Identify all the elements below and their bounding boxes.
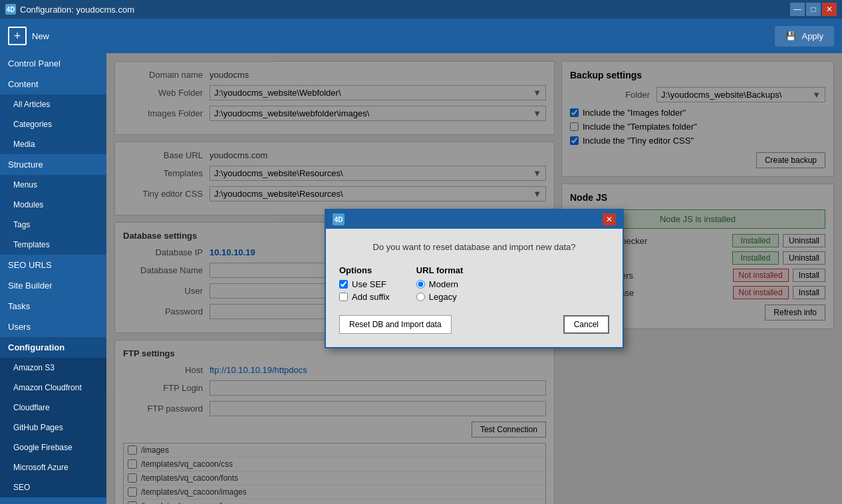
use-sef-label: Use SEF — [352, 279, 386, 289]
sidebar-item-menus[interactable]: Menus — [0, 175, 106, 195]
sidebar-item-amazon-cloudfront[interactable]: Amazon Cloudfront — [0, 378, 106, 398]
toolbar: + New 💾 Apply — [0, 19, 842, 53]
legacy-row: Legacy — [416, 292, 464, 302]
sidebar-item-github-pages[interactable]: GitHub Pages — [0, 418, 106, 438]
add-suffix-label: Add suffix — [352, 292, 390, 302]
sidebar-item-seo[interactable]: SEO — [0, 477, 106, 497]
save-icon: 💾 — [785, 31, 796, 41]
new-icon: + — [8, 27, 27, 45]
sidebar-item-structure[interactable]: Structure — [0, 154, 106, 175]
apply-label: Apply — [801, 31, 823, 41]
modal-message: Do you want to reset database and import… — [339, 242, 609, 252]
use-sef-checkbox[interactable] — [339, 280, 348, 289]
sidebar-item-categories[interactable]: Categories — [0, 114, 106, 134]
modal-app-icon: 4D — [333, 213, 345, 225]
sidebar-item-modules[interactable]: Modules — [0, 195, 106, 215]
title-bar: 4D Configuration: youdocms.com — □ ✕ — [0, 0, 842, 19]
sidebar: Control Panel Content All Articles Categ… — [0, 53, 106, 504]
minimize-button[interactable]: — — [790, 3, 805, 16]
sidebar-item-tags[interactable]: Tags — [0, 215, 106, 235]
sidebar-item-configuration[interactable]: Configuration — [0, 337, 106, 358]
title-bar-left: 4D Configuration: youdocms.com — [5, 4, 134, 15]
main-layout: Control Panel Content All Articles Categ… — [0, 53, 842, 504]
title-bar-controls: — □ ✕ — [790, 3, 837, 16]
modal-titlebar: 4D ✕ — [326, 210, 623, 229]
sidebar-item-site-builder[interactable]: Site Builder — [0, 275, 106, 296]
modal-actions: Reset DB and Import data Cancel — [339, 315, 609, 334]
sidebar-item-control-panel[interactable]: Control Panel — [0, 53, 106, 74]
modal-options-col: Options Use SEF Add suffix — [339, 265, 390, 305]
modern-radio[interactable] — [416, 280, 425, 289]
title-bar-text: Configuration: youdocms.com — [20, 5, 134, 15]
add-suffix-row: Add suffix — [339, 292, 390, 302]
modal-overlay: 4D ✕ Do you want to reset database and i… — [106, 53, 842, 504]
sidebar-item-templates[interactable]: Templates — [0, 235, 106, 255]
sidebar-item-tasks[interactable]: Tasks — [0, 296, 106, 316]
add-suffix-checkbox[interactable] — [339, 293, 348, 301]
sidebar-item-all-articles[interactable]: All Articles — [0, 94, 106, 114]
sidebar-item-users[interactable]: Users — [0, 316, 106, 337]
app-icon: 4D — [5, 4, 16, 15]
modal-options-title: Options — [339, 265, 390, 275]
use-sef-row: Use SEF — [339, 279, 390, 289]
sidebar-item-microsoft-azure[interactable]: Microsoft Azure — [0, 457, 106, 477]
sidebar-item-media[interactable]: Media — [0, 134, 106, 154]
legacy-label: Legacy — [429, 292, 457, 302]
reset-db-button[interactable]: Reset DB and Import data — [339, 315, 452, 334]
modal-body: Do you want to reset database and import… — [326, 229, 623, 347]
modal-dialog: 4D ✕ Do you want to reset database and i… — [325, 209, 624, 348]
content-area: Domain name youdocms Web Folder J:\youdo… — [106, 53, 842, 504]
new-label: New — [32, 31, 49, 41]
sidebar-item-cloudflare[interactable]: Cloudflare — [0, 398, 106, 418]
cancel-button[interactable]: Cancel — [563, 315, 609, 334]
apply-button[interactable]: 💾 Apply — [775, 26, 834, 47]
modern-label: Modern — [429, 279, 458, 289]
legacy-radio[interactable] — [416, 293, 425, 301]
close-button[interactable]: ✕ — [822, 3, 837, 16]
sidebar-item-amazon-s3[interactable]: Amazon S3 — [0, 358, 106, 378]
sidebar-item-content[interactable]: Content — [0, 74, 106, 94]
maximize-button[interactable]: □ — [806, 3, 821, 16]
sidebar-item-seo-urls[interactable]: SEO URLS — [0, 255, 106, 275]
modal-options: Options Use SEF Add suffix URL for — [339, 265, 609, 305]
url-format-title: URL format — [416, 265, 464, 275]
sidebar-item-google-firebase[interactable]: Google Firebase — [0, 438, 106, 457]
modern-row: Modern — [416, 279, 464, 289]
new-button[interactable]: + New — [8, 27, 49, 45]
modal-title-left: 4D — [333, 213, 345, 225]
modal-url-col: URL format Modern Legacy — [416, 265, 464, 305]
modal-close-button[interactable]: ✕ — [603, 213, 616, 225]
